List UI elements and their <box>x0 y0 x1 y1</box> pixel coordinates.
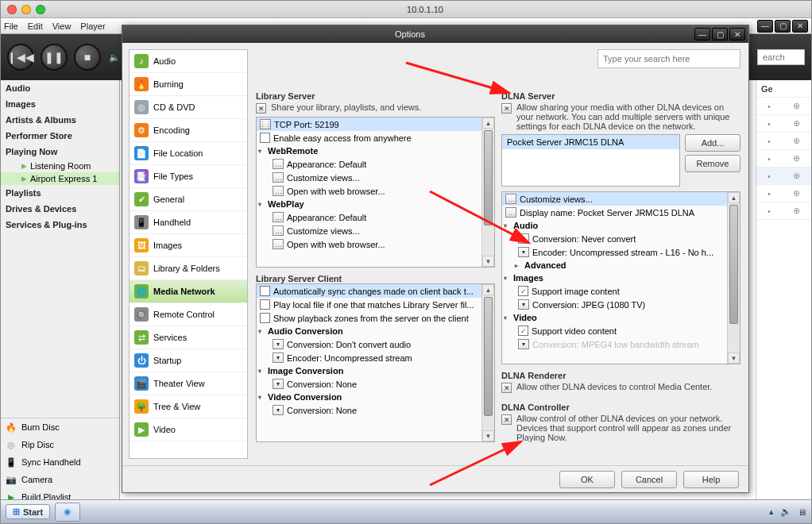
category-item-media-network[interactable]: 🌐Media Network <box>130 280 247 303</box>
dlna-server-item[interactable]: Pocket Server JRMC15 DLNA <box>502 135 679 149</box>
category-item-encoding[interactable]: ⚙Encoding <box>130 119 247 142</box>
sidebar-audio[interactable]: Audio <box>1 80 119 96</box>
library-server-checkbox[interactable]: ✕ <box>256 103 266 114</box>
dialog-maximize-button[interactable]: ▢ <box>712 28 728 40</box>
support-video-checkbox[interactable]: ✓ <box>518 326 528 336</box>
support-image-checkbox[interactable]: ✓ <box>518 286 528 296</box>
sidebar-sync-handheld[interactable]: 📱Sync Handheld <box>1 453 119 471</box>
scroll-thumb[interactable] <box>484 130 493 225</box>
dropdown-icon[interactable]: ▾ <box>273 339 284 349</box>
mac-zoom-button[interactable] <box>36 5 45 14</box>
webplay-heading[interactable]: WebPlay <box>257 198 494 210</box>
category-item-startup[interactable]: ⏻Startup <box>130 349 247 372</box>
add-server-button[interactable]: Add... <box>685 134 740 152</box>
dialog-close-button[interactable]: ✕ <box>729 28 745 40</box>
tray-up-icon[interactable]: ▴ <box>769 507 774 517</box>
dlna-audio-heading[interactable]: Audio <box>502 219 740 232</box>
dropdown-icon[interactable]: ▾ <box>273 353 284 363</box>
sidebar-services[interactable]: Services & Plug-ins <box>1 217 119 233</box>
sidebar-zone-airport-express[interactable]: ▶Airport Express 1 <box>1 172 119 185</box>
dlna-renderer-checkbox[interactable]: ✕ <box>501 383 512 393</box>
sidebar-drives[interactable]: Drives & Devices <box>1 201 119 217</box>
category-item-tree-view[interactable]: 🌳Tree & View <box>130 395 247 418</box>
scroll-down-icon[interactable]: ▼ <box>482 256 494 267</box>
sidebar-rip-disc[interactable]: ◎Rip Disc <box>1 436 119 453</box>
dlna-images-heading[interactable]: Images <box>502 272 740 284</box>
remove-server-button[interactable]: Remove <box>685 155 740 172</box>
scroll-up-icon[interactable]: ▲ <box>482 284 494 295</box>
dropdown-icon[interactable]: ▾ <box>273 379 284 389</box>
category-item-library-folders[interactable]: 🗂Library & Folders <box>130 257 247 280</box>
dialog-minimize-button[interactable]: — <box>694 28 710 40</box>
play-local-checkbox[interactable] <box>260 299 270 310</box>
dlna-server-list[interactable]: Pocket Server JRMC15 DLNA <box>501 134 680 187</box>
sidebar-images[interactable]: Images <box>1 96 119 112</box>
dropdown-icon[interactable]: ▾ <box>518 299 529 310</box>
app-minimize-button[interactable]: — <box>757 20 773 33</box>
category-item-video[interactable]: ▶Video <box>130 418 247 441</box>
scrollbar[interactable]: ▲ ▼ <box>481 118 494 267</box>
sidebar-artists[interactable]: Artists & Albums <box>1 112 119 128</box>
webremote-heading[interactable]: WebRemote <box>257 144 494 157</box>
options-search-input[interactable] <box>597 49 740 68</box>
category-item-audio[interactable]: ♪Audio <box>130 50 247 73</box>
category-item-images[interactable]: 🖼Images <box>130 234 247 257</box>
help-button[interactable]: Help <box>683 471 739 488</box>
sidebar-playlists[interactable]: Playlists <box>1 185 119 201</box>
ok-button[interactable]: OK <box>559 471 615 488</box>
audio-conv-heading[interactable]: Audio Conversion <box>257 325 494 337</box>
dlna-controller-checkbox[interactable]: ✕ <box>501 414 512 425</box>
scroll-thumb[interactable] <box>729 205 738 324</box>
start-button[interactable]: ⊞ Start <box>6 504 50 519</box>
dropdown-icon[interactable]: ▾ <box>518 247 529 257</box>
scroll-up-icon[interactable]: ▲ <box>482 118 494 129</box>
dropdown-icon[interactable]: ▾ <box>273 405 284 415</box>
category-item-handheld[interactable]: 📱Handheld <box>130 211 247 234</box>
dropdown-icon[interactable]: ▾ <box>518 233 529 244</box>
video-conv-heading[interactable]: Video Conversion <box>257 391 494 403</box>
category-item-general[interactable]: ✔General <box>130 188 247 211</box>
stop-button[interactable]: ■ <box>74 44 101 71</box>
tray-volume-icon[interactable]: 🔈 <box>780 507 791 517</box>
image-conv-heading[interactable]: Image Conversion <box>257 364 494 377</box>
category-item-burning[interactable]: 🔥Burning <box>130 73 247 96</box>
scroll-up-icon[interactable]: ▲ <box>728 192 740 203</box>
sidebar-camera[interactable]: 📷Camera <box>1 471 119 488</box>
dlna-video-heading[interactable]: Video <box>502 311 740 324</box>
dlna-advanced-heading[interactable]: Advanced <box>502 259 740 272</box>
scrollbar[interactable]: ▲ ▼ <box>481 284 494 441</box>
sync-checkbox[interactable] <box>260 286 270 296</box>
category-item-cd-dvd[interactable]: ◎CD & DVD <box>130 96 247 119</box>
scroll-down-icon[interactable]: ▼ <box>728 353 740 364</box>
sidebar-playing-now[interactable]: Playing Now <box>1 144 119 160</box>
scroll-down-icon[interactable]: ▼ <box>482 430 494 441</box>
dropdown-icon[interactable]: ▾ <box>518 339 529 349</box>
category-item-services[interactable]: ⇄Services <box>130 326 247 349</box>
menu-view[interactable]: View <box>52 21 72 31</box>
sidebar-zone-listening-room[interactable]: ▶Listening Room <box>1 160 119 172</box>
previous-button[interactable]: ❙◀◀ <box>7 44 34 71</box>
volume-icon[interactable]: 🔈 <box>109 52 120 63</box>
cancel-button[interactable]: Cancel <box>621 471 677 488</box>
sidebar-burn-disc[interactable]: 🔥Burn Disc <box>1 418 119 436</box>
sidebar-store[interactable]: Performer Store <box>1 128 119 144</box>
menu-file[interactable]: File <box>4 21 18 31</box>
app-maximize-button[interactable]: ▢ <box>775 20 791 33</box>
scroll-thumb[interactable] <box>484 297 493 416</box>
category-item-file-location[interactable]: 📄File Location <box>130 142 247 165</box>
category-item-theater-view[interactable]: 🎬Theater View <box>130 372 247 395</box>
menu-player[interactable]: Player <box>80 21 105 31</box>
category-item-remote-control[interactable]: 🔘Remote Control <box>130 303 247 326</box>
taskbar-app-item[interactable]: ◉ <box>55 503 80 522</box>
category-item-file-types[interactable]: 📑File Types <box>130 165 247 188</box>
mac-minimize-button[interactable] <box>21 5 31 14</box>
scrollbar[interactable]: ▲ ▼ <box>727 192 740 364</box>
app-close-button[interactable]: ✕ <box>792 20 808 33</box>
mac-close-button[interactable] <box>7 5 17 14</box>
main-search-input[interactable] <box>757 49 805 65</box>
enable-easy-checkbox[interactable] <box>260 133 270 143</box>
pause-button[interactable]: ❚❚ <box>41 44 68 71</box>
show-zones-checkbox[interactable] <box>260 313 270 323</box>
menu-edit[interactable]: Edit <box>28 21 43 31</box>
tray-monitor-icon[interactable]: 🖥 <box>798 507 806 517</box>
